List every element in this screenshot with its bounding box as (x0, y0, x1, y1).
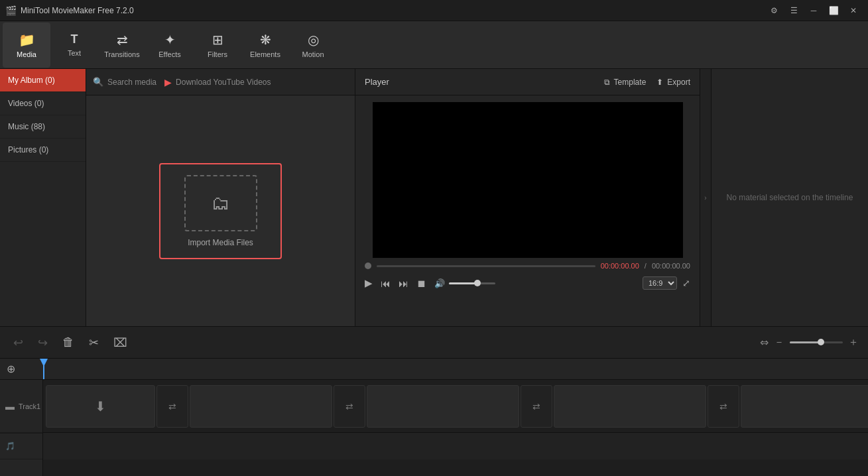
track-clip-transition-4[interactable]: ⇄ (708, 385, 739, 428)
volume-icon[interactable]: 🔊 (434, 278, 445, 288)
import-media-box[interactable]: 🗂 Import Media Files (159, 163, 282, 259)
tab-motion[interactable]: ◎ Motion (289, 23, 337, 68)
timeline-playhead (43, 359, 44, 379)
track-clip-transition-3[interactable]: ⇄ (521, 385, 552, 428)
zoom-in-button[interactable]: ＋ (848, 335, 859, 349)
media-toolbar: 🔍 Search media ▶ Download YouTube Videos (86, 69, 355, 95)
template-button[interactable]: ⧉ Template (604, 78, 647, 87)
media-panel: 🔍 Search media ▶ Download YouTube Videos… (86, 69, 355, 326)
player-header-right: ⧉ Template ⬆ Export (604, 78, 690, 87)
chevron-right-icon: › (704, 194, 706, 202)
player-controls-left: ▶ ⏮ ⏭ ⏹ 🔊 (365, 277, 495, 289)
restore-icon: ⬜ (829, 6, 839, 15)
tab-elements[interactable]: ❋ Elements (241, 23, 289, 68)
add-track-button[interactable]: ⊕ (7, 363, 15, 375)
playhead-head (40, 359, 48, 367)
tab-elements-label: Elements (250, 50, 280, 58)
close-icon: ✕ (850, 6, 857, 15)
sidebar-item-album[interactable]: My Album (0) (0, 69, 86, 92)
timeline: ⊕ ▬ Track1 🎵 ⬇ (0, 358, 868, 476)
zoom-fill (790, 341, 819, 343)
filters-icon: ⊞ (212, 32, 223, 48)
track-clip-1[interactable]: ⬇ (46, 385, 155, 428)
track-clip-2[interactable] (190, 385, 332, 428)
track-clip-3[interactable] (367, 385, 519, 428)
panel-collapse-divider[interactable]: › (700, 69, 711, 326)
minimize-icon: ─ (811, 6, 817, 15)
close-button[interactable]: ✕ (844, 1, 863, 20)
track-labels: ▬ Track1 🎵 (0, 380, 43, 476)
sidebar-item-music[interactable]: Music (88) (0, 115, 86, 139)
track-clip-transition-2[interactable]: ⇄ (334, 385, 365, 428)
volume-slider[interactable] (449, 282, 495, 284)
tab-text[interactable]: T Text (50, 23, 98, 68)
minimize-button[interactable]: ─ (804, 1, 823, 20)
tab-effects[interactable]: ✦ Effects (146, 23, 194, 68)
player-right-section: Player ⧉ Template ⬆ Export 00:00:00.00 (355, 69, 868, 326)
player-controls: ▶ ⏮ ⏭ ⏹ 🔊 16:9 9:16 (355, 274, 700, 295)
track2-label: 🎵 (0, 433, 42, 459)
video-track-icon: ▬ (5, 401, 15, 412)
player-title: Player (365, 77, 389, 87)
main-area: My Album (0) Videos (0) Music (88) Pictu… (0, 69, 868, 326)
export-button[interactable]: ⬆ Export (656, 78, 690, 87)
track-clip-5[interactable] (741, 385, 868, 428)
youtube-icon: ▶ (164, 77, 172, 88)
zoom-out-button[interactable]: － (774, 335, 784, 349)
redo-button[interactable]: ↪ (34, 333, 52, 353)
zoom-slider[interactable] (790, 341, 843, 343)
play-button[interactable]: ▶ (365, 277, 373, 289)
track1-name: Track1 (19, 402, 40, 410)
player-panel: Player ⧉ Template ⬆ Export 00:00:00.00 (355, 69, 700, 326)
title-bar: 🎬 MiniTool MovieMaker Free 7.2.0 ⚙ ☰ ─ ⬜… (0, 0, 868, 21)
download-youtube-button[interactable]: ▶ Download YouTube Videos (164, 77, 271, 88)
cut-button[interactable]: ✂ (85, 333, 103, 353)
next-frame-button[interactable]: ⏭ (399, 278, 408, 289)
app-title: MiniTool MovieMaker Free 7.2.0 (21, 6, 134, 15)
stop-button[interactable]: ⏹ (416, 278, 426, 289)
transitions-icon: ⇄ (117, 32, 128, 48)
track-clip-4[interactable] (554, 385, 706, 428)
import-media-inner: 🗂 (184, 175, 257, 231)
transition-icon-4: ⇄ (719, 401, 727, 412)
crop-button[interactable]: ⌧ (109, 333, 131, 353)
export-icon: ⬆ (656, 78, 663, 87)
restore-button[interactable]: ⬜ (824, 1, 843, 20)
tab-filters-label: Filters (208, 50, 227, 58)
folder-icon: 🗂 (212, 192, 230, 214)
tab-media[interactable]: 📁 Media (3, 23, 50, 68)
search-media-button[interactable]: 🔍 Search media (93, 77, 156, 87)
video-preview (373, 102, 683, 258)
bottom-toolbar-right: ⇔ － ＋ (760, 335, 859, 349)
app-icon: 🎬 (5, 5, 17, 16)
sidebar-item-videos[interactable]: Videos (0) (0, 92, 86, 115)
settings-button[interactable]: ⚙ (765, 1, 783, 20)
download-clip-icon: ⬇ (95, 398, 106, 414)
tab-transitions[interactable]: ⇄ Transitions (98, 23, 146, 68)
track-clip-transition-1[interactable]: ⇄ (156, 385, 188, 428)
tab-transitions-label: Transitions (104, 50, 139, 58)
undo-button[interactable]: ↩ (9, 333, 27, 353)
bottom-toolbar-left: ↩ ↪ 🗑 ✂ ⌧ (9, 333, 131, 353)
menu-button[interactable]: ☰ (784, 1, 803, 20)
transition-icon-3: ⇄ (532, 401, 540, 412)
sidebar-item-pictures[interactable]: Pictures (0) (0, 139, 86, 162)
left-side: My Album (0) Videos (0) Music (88) Pictu… (0, 69, 355, 326)
motion-icon: ◎ (308, 32, 319, 48)
prev-frame-button[interactable]: ⏮ (381, 278, 391, 289)
delete-button[interactable]: 🗑 (58, 333, 78, 352)
collapse-tracks-button[interactable]: ⇔ (760, 336, 769, 349)
effects-icon: ✦ (164, 32, 176, 48)
track1-row: ⬇ ⇄ ⇄ ⇄ ⇄ (43, 380, 868, 433)
timeline-track[interactable] (377, 265, 595, 267)
media-icon: 📁 (19, 32, 35, 48)
player-header: Player ⧉ Template ⬆ Export (355, 69, 700, 95)
tab-filters[interactable]: ⊞ Filters (194, 23, 241, 68)
timeline-start-dot (365, 263, 371, 269)
menu-icon: ☰ (790, 6, 798, 15)
player-total-time: 00:00:00.00 (652, 262, 690, 270)
text-icon: T (71, 32, 78, 46)
title-bar-left: 🎬 MiniTool MovieMaker Free 7.2.0 (5, 5, 134, 16)
aspect-ratio-select[interactable]: 16:9 9:16 4:3 1:1 (643, 276, 677, 290)
fullscreen-button[interactable]: ⤢ (682, 278, 690, 288)
